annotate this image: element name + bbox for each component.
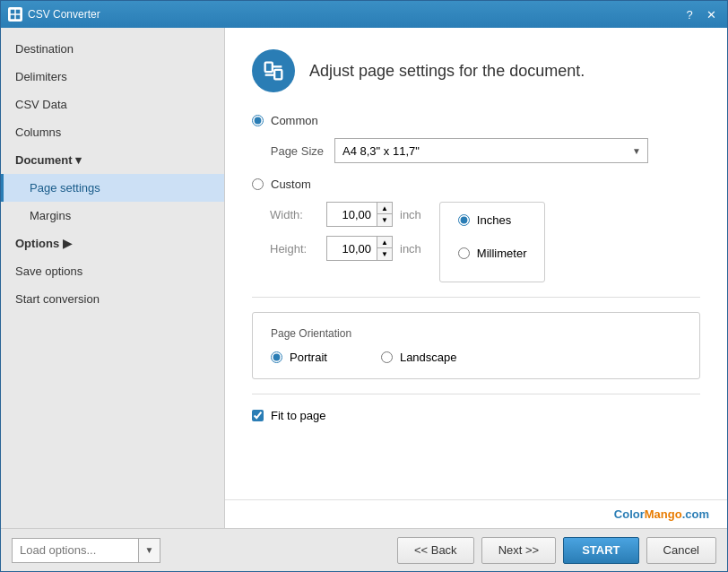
landscape-radio[interactable] bbox=[381, 351, 393, 363]
load-options-wrapper: ▼ bbox=[12, 538, 160, 563]
sidebar-item-document[interactable]: Document ▾ bbox=[1, 146, 224, 174]
orientation-title: Page Orientation bbox=[271, 327, 681, 340]
common-radio[interactable] bbox=[252, 115, 264, 126]
height-input[interactable] bbox=[327, 239, 377, 258]
height-label: Height: bbox=[270, 242, 319, 256]
sidebar-item-csv-data[interactable]: CSV Data bbox=[1, 91, 224, 118]
height-unit: inch bbox=[400, 242, 421, 256]
separator-1 bbox=[252, 297, 700, 298]
inches-radio[interactable] bbox=[458, 214, 470, 226]
titlebar-buttons: ? ✕ bbox=[680, 5, 720, 23]
sidebar-item-start-conversion[interactable]: Start conversion bbox=[1, 285, 224, 313]
width-unit: inch bbox=[400, 208, 421, 221]
orientation-box: Page Orientation Portrait Landscape bbox=[252, 312, 700, 379]
svg-rect-3 bbox=[16, 15, 21, 20]
page-size-label: Page Size bbox=[270, 144, 324, 158]
height-row: Height: ▲ ▼ inch bbox=[270, 236, 421, 261]
sidebar: Destination Delimiters CSV Data Columns … bbox=[1, 28, 225, 528]
landscape-label[interactable]: Landscape bbox=[400, 351, 457, 364]
millimeter-radio-group: Millimeter bbox=[458, 247, 527, 260]
svg-rect-2 bbox=[11, 15, 15, 20]
height-increment-button[interactable]: ▲ bbox=[377, 237, 392, 248]
sidebar-item-options[interactable]: Options ▶ bbox=[1, 230, 224, 257]
watermark-mango: Mango bbox=[645, 507, 682, 521]
app-window: CSV Converter ? ✕ Destination Delimiters… bbox=[0, 0, 728, 572]
start-button[interactable]: START bbox=[563, 537, 638, 564]
custom-radio[interactable] bbox=[252, 178, 264, 190]
millimeter-label[interactable]: Millimeter bbox=[477, 247, 527, 260]
custom-section: Width: ▲ ▼ inch bbox=[270, 202, 700, 282]
width-increment-button[interactable]: ▲ bbox=[377, 203, 392, 214]
sidebar-item-page-settings[interactable]: Page settings bbox=[1, 174, 224, 202]
width-label: Width: bbox=[270, 208, 319, 221]
help-button[interactable]: ? bbox=[680, 5, 698, 23]
custom-label[interactable]: Custom bbox=[271, 178, 311, 191]
sidebar-item-save-options[interactable]: Save options bbox=[1, 257, 224, 285]
width-row: Width: ▲ ▼ inch bbox=[270, 202, 421, 227]
fit-to-page-row: Fit to page bbox=[252, 409, 700, 422]
sidebar-item-columns[interactable]: Columns bbox=[1, 118, 224, 146]
millimeter-radio[interactable] bbox=[458, 247, 470, 259]
sidebar-item-delimiters[interactable]: Delimiters bbox=[1, 63, 224, 91]
close-button[interactable]: ✕ bbox=[702, 5, 720, 23]
landscape-option: Landscape bbox=[381, 351, 457, 364]
unit-selector: Inches Millimeter bbox=[439, 202, 546, 282]
separator-2 bbox=[252, 394, 700, 394]
load-options-dropdown-button[interactable]: ▼ bbox=[138, 539, 160, 562]
inches-label[interactable]: Inches bbox=[477, 213, 511, 227]
portrait-radio[interactable] bbox=[271, 351, 282, 363]
page-title: Adjust page settings for the document. bbox=[309, 62, 585, 81]
fit-to-page-label[interactable]: Fit to page bbox=[271, 409, 325, 422]
sidebar-item-margins[interactable]: Margins bbox=[1, 202, 224, 230]
watermark-color: Color bbox=[614, 507, 645, 521]
svg-rect-0 bbox=[11, 10, 15, 14]
common-radio-group: Common bbox=[252, 114, 700, 127]
app-icon bbox=[8, 7, 22, 22]
svg-rect-4 bbox=[265, 63, 273, 73]
app-title: CSV Converter bbox=[28, 8, 100, 21]
watermark: ColorMango.com bbox=[225, 499, 727, 528]
content-area: Destination Delimiters CSV Data Columns … bbox=[1, 28, 727, 528]
watermark-dotcom: .com bbox=[682, 507, 709, 521]
common-label[interactable]: Common bbox=[271, 114, 318, 127]
page-icon bbox=[252, 49, 295, 92]
width-input[interactable] bbox=[327, 205, 377, 224]
back-button[interactable]: << Back bbox=[397, 537, 474, 564]
custom-dimensions: Width: ▲ ▼ inch bbox=[270, 202, 421, 261]
inches-radio-group: Inches bbox=[458, 213, 527, 227]
height-spinbox: ▲ ▼ bbox=[326, 236, 393, 261]
fit-to-page-checkbox[interactable] bbox=[252, 410, 264, 421]
load-options-input[interactable] bbox=[13, 543, 138, 557]
height-decrement-button[interactable]: ▼ bbox=[377, 248, 392, 260]
main-content: Adjust page settings for the document. C… bbox=[225, 28, 727, 499]
cancel-button[interactable]: Cancel bbox=[646, 537, 716, 564]
page-size-select-wrapper: A4 8,3" x 11,7" Letter 8,5" x 11" Legal … bbox=[334, 138, 648, 163]
page-size-row: Page Size A4 8,3" x 11,7" Letter 8,5" x … bbox=[270, 138, 700, 163]
portrait-label[interactable]: Portrait bbox=[290, 351, 327, 364]
titlebar: CSV Converter ? ✕ bbox=[1, 1, 727, 28]
sidebar-item-destination[interactable]: Destination bbox=[1, 35, 224, 63]
footer: ▼ << Back Next >> START Cancel bbox=[1, 528, 727, 571]
main-panel: Adjust page settings for the document. C… bbox=[225, 28, 727, 528]
portrait-option: Portrait bbox=[271, 351, 327, 364]
page-header: Adjust page settings for the document. bbox=[252, 49, 700, 92]
width-spinbox: ▲ ▼ bbox=[326, 202, 393, 227]
height-spinbox-buttons: ▲ ▼ bbox=[377, 237, 392, 260]
custom-radio-group: Custom bbox=[252, 178, 700, 191]
width-decrement-button[interactable]: ▼ bbox=[377, 214, 392, 226]
orientation-options: Portrait Landscape bbox=[271, 351, 681, 364]
titlebar-left: CSV Converter bbox=[8, 7, 100, 22]
width-spinbox-buttons: ▲ ▼ bbox=[377, 203, 392, 226]
svg-rect-1 bbox=[16, 10, 21, 14]
next-button[interactable]: Next >> bbox=[481, 537, 557, 564]
svg-rect-5 bbox=[274, 70, 282, 80]
page-size-select[interactable]: A4 8,3" x 11,7" Letter 8,5" x 11" Legal … bbox=[334, 138, 648, 163]
